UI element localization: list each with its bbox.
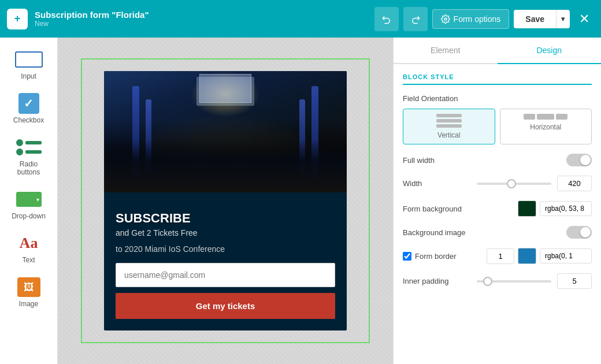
email-input[interactable] [116,263,335,287]
form-border-color-input[interactable] [540,248,592,263]
save-button[interactable]: Save [514,10,556,28]
form-body: SUBSCRIBE and Get 2 Tickets Free to 2020… [104,192,347,330]
form-options-label: Form options [454,14,501,24]
form-border-swatch[interactable] [518,248,536,264]
background-image-label: Background image [403,228,566,237]
form-background-row: Form background [403,200,592,217]
right-panel: Element Design BLOCK STYLE Field Orienta… [393,38,601,364]
radio-buttons-icon [14,137,44,158]
form-border-width-input[interactable] [487,248,514,264]
horizontal-label: Horizontal [530,123,561,131]
sidebar-item-radio-buttons[interactable]: Radio buttons [6,132,52,181]
subscribe-title: SUBSCRIBE [116,211,335,226]
subscribe-subtitle: and Get 2 Tickets Free [116,228,335,237]
image-icon: 🖼 [14,277,44,298]
form-options-button[interactable]: Form options [432,9,510,29]
sidebar-item-input[interactable]: Input [6,44,52,85]
form-border-row: Form border [403,248,592,264]
sidebar-item-dropdown-label: Drop-down [12,212,46,220]
save-button-group: Save ▾ [514,10,570,28]
logo-icon: + [7,9,28,29]
field-orientation-label: Field Orientation [403,94,592,103]
inner-padding-label: Inner padding [403,277,477,285]
width-input[interactable] [557,176,592,191]
sidebar: Input Checkbox [0,38,58,364]
tab-design[interactable]: Design [498,38,602,64]
inner-padding-slider[interactable] [477,280,551,283]
input-icon [14,49,44,70]
form-border-label-group: Form border [403,252,487,261]
event-image-banner [104,71,347,192]
background-image-toggle[interactable] [566,226,592,239]
sidebar-item-checkbox[interactable]: Checkbox [6,88,52,129]
width-slider[interactable] [477,183,551,185]
form-border-label: Form border [415,252,487,261]
form-background-swatch[interactable] [518,200,536,217]
width-control [477,176,592,191]
form-preview-container: SUBSCRIBE and Get 2 Tickets Free to 2020… [81,58,370,343]
form-border-control [487,248,592,264]
conference-desc: to 2020 Miami IoS Conference [116,244,335,254]
width-label: Width [403,179,477,188]
sidebar-item-text-label: Text [22,256,35,264]
orientation-vertical[interactable]: Vertical [403,109,495,144]
header-title-block: Subscription form "Florida" New [35,10,368,28]
submit-button[interactable]: Get my tickets [116,293,335,319]
vertical-lines-icon [436,114,462,128]
width-row: Width [403,176,592,191]
header: + Subscription form "Florida" New Form o… [0,0,601,38]
dropdown-icon: ▾ [14,189,44,210]
vertical-label: Vertical [437,131,460,139]
page-subtitle: New [35,20,368,28]
panel-tabs: Element Design [394,38,601,64]
inner-padding-control [477,273,592,289]
sidebar-item-checkbox-label: Checkbox [13,116,44,124]
form-border-checkbox[interactable] [403,252,411,261]
orientation-horizontal[interactable]: Horizontal [500,109,592,144]
form-background-color-input[interactable] [540,201,592,216]
checkbox-icon [14,93,44,114]
gear-icon [441,14,450,24]
header-actions: Form options Save ▾ ✕ [374,7,594,31]
sidebar-item-text[interactable]: Aa Text [6,228,52,269]
sidebar-item-image-label: Image [19,300,38,308]
form-background-label: Form background [403,205,518,213]
horizontal-lines-icon [524,114,567,120]
canvas-area[interactable]: SUBSCRIBE and Get 2 Tickets Free to 2020… [58,38,393,364]
full-width-row: Full width [403,154,592,166]
sidebar-item-dropdown[interactable]: ▾ Drop-down [6,184,52,225]
sidebar-item-radio-label: Radio buttons [8,160,50,176]
full-width-label: Full width [403,156,566,165]
sidebar-item-input-label: Input [21,72,36,80]
background-image-row: Background image [403,226,592,239]
undo-button[interactable] [374,7,399,31]
inner-padding-input[interactable] [557,273,592,289]
redo-button[interactable] [403,7,428,31]
svg-point-0 [444,18,447,20]
orientation-group: Vertical Horizontal [403,109,592,144]
form-background-control [518,200,592,217]
close-button[interactable]: ✕ [574,9,594,29]
panel-content: BLOCK STYLE Field Orientation Vertical [394,64,601,364]
form-preview: SUBSCRIBE and Get 2 Tickets Free to 2020… [104,71,347,330]
inner-padding-row: Inner padding [403,273,592,289]
text-icon: Aa [14,233,44,254]
tab-element[interactable]: Element [394,38,498,64]
full-width-toggle[interactable] [566,154,592,166]
save-dropdown-button[interactable]: ▾ [556,10,570,28]
section-title: BLOCK STYLE [403,73,592,85]
page-title: Subscription form "Florida" [35,10,368,20]
sidebar-item-image[interactable]: 🖼 Image [6,272,52,313]
main-layout: Input Checkbox [0,38,601,364]
